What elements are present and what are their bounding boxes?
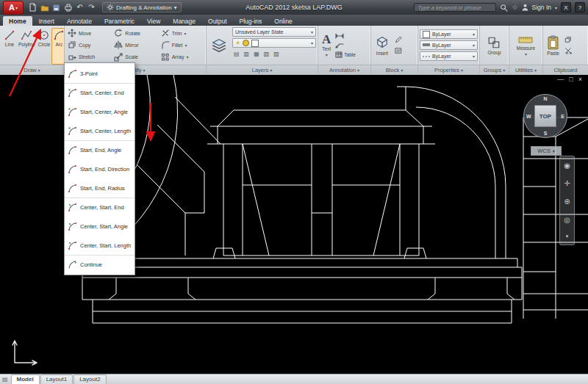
pan-icon[interactable]: ✛ (564, 179, 570, 187)
group-tool[interactable]: Group (485, 27, 503, 63)
paste-tool[interactable]: Paste (545, 27, 562, 63)
tab-home[interactable]: Home (3, 16, 32, 26)
tab-annotate[interactable]: Annotate (61, 16, 98, 26)
arc-menu-item-start-center-angle[interactable]: Start, Center, Angle (65, 102, 135, 121)
arc-menu-item-center-start-length[interactable]: Center, Start, Length (65, 236, 135, 255)
viewcube-top-face[interactable]: TOP (534, 105, 556, 127)
tab-online[interactable]: Online (268, 16, 298, 26)
array-tool[interactable]: Array▾ (159, 51, 204, 63)
layer-off-icon[interactable]: ▤ (234, 51, 240, 57)
arc-menu-item-start-center-length[interactable]: Start, Center, Length (65, 121, 135, 140)
fillet-tool[interactable]: Fillet▾ (159, 39, 204, 51)
layer-isolate-icon[interactable]: ▥ (244, 51, 250, 57)
arc-menu-item-center-start-end[interactable]: Center, Start, End (65, 198, 135, 217)
rotate-tool[interactable]: Rotate (112, 27, 157, 39)
trim-tool[interactable]: Trim▾ (159, 27, 204, 39)
arc-menu-item-start-end-angle[interactable]: Start, End, Angle (65, 140, 135, 159)
scale-tool[interactable]: Scale (112, 51, 157, 63)
layers-panel-label[interactable]: Layers▾ (207, 65, 318, 75)
arc-tool[interactable]: Arc (51, 28, 64, 65)
lineweight-dropdown[interactable]: ByLayer▾ (420, 40, 478, 50)
exchange-apps-icon[interactable]: X (561, 2, 571, 12)
arc-menu-item-3point[interactable]: 3-Point (65, 64, 135, 83)
arc-menu-item-continue[interactable]: Continue (65, 255, 135, 274)
tab-layout2[interactable]: Layout2 (74, 374, 106, 384)
tab-insert[interactable]: Insert (33, 16, 60, 26)
polyline-tool[interactable]: Polyline (17, 28, 37, 65)
measure-tool[interactable]: Measure ▾ (514, 27, 537, 63)
viewcube[interactable]: N S W E TOP (523, 94, 567, 138)
orbit-icon[interactable]: ◎ (564, 216, 570, 224)
edit-block-tool[interactable] (395, 35, 402, 44)
block-panel-label[interactable]: Block▾ (371, 65, 417, 75)
layer-properties-button[interactable] (208, 27, 230, 63)
tab-manage[interactable]: Manage (167, 16, 201, 26)
zoom-icon[interactable]: ⊕ (564, 198, 570, 206)
clipboard-panel-label[interactable]: Clipboard (543, 65, 588, 75)
annotation-panel-label[interactable]: Annotation▾ (318, 65, 370, 75)
search-icon[interactable] (500, 4, 508, 12)
application-menu-button[interactable]: A ▾ (3, 1, 24, 15)
leader-tool[interactable] (335, 41, 369, 50)
mirror-tool[interactable]: Mirror (112, 39, 157, 51)
arc-menu-item-start-end-direction[interactable]: Start, End, Direction (65, 159, 135, 178)
copy-clip-tool[interactable] (564, 35, 572, 44)
tab-parametric[interactable]: Parametric (98, 16, 140, 26)
help-icon[interactable]: ? (575, 2, 585, 12)
copy-tool[interactable]: Copy (66, 39, 111, 51)
workspace-switcher[interactable]: Drafting & Annotation ▾ (102, 2, 182, 12)
circle-tool[interactable]: Circle (37, 28, 52, 65)
steering-wheel-icon[interactable]: ◉ (564, 162, 570, 170)
linetype-dropdown[interactable]: ByLayer▾ (420, 51, 478, 61)
viewcube-north[interactable]: N (543, 96, 547, 101)
stretch-tool[interactable]: Stretch (66, 51, 111, 63)
plot-button[interactable] (63, 3, 73, 12)
layer-lock-icon[interactable]: ▧ (264, 51, 270, 57)
properties-panel-label[interactable]: Properties▾ (418, 65, 479, 75)
layer-match-icon[interactable]: ▨ (273, 51, 279, 57)
tab-plugins[interactable]: Plug-ins (234, 16, 268, 26)
layer-state-dropdown[interactable]: Unsaved Layer State▾ (232, 27, 316, 37)
save-button[interactable] (51, 3, 61, 12)
new-file-button[interactable] (28, 3, 37, 12)
object-color-dropdown[interactable]: ByLayer▾ (420, 29, 478, 39)
showmotion-icon[interactable]: ▾ (566, 233, 569, 239)
restore-icon[interactable]: □ (569, 76, 573, 83)
search-input[interactable] (414, 3, 496, 12)
table-tool[interactable]: Table (335, 51, 369, 59)
minimize-icon[interactable]: — (557, 76, 564, 83)
arc-menu-item-start-center-end[interactable]: Start, Center, End (65, 83, 135, 102)
text-tool[interactable]: A Text ▾ (320, 27, 333, 63)
layer-freeze-tool-icon[interactable]: ▦ (254, 51, 259, 57)
edit-attributes-tool[interactable] (395, 46, 402, 55)
rotate-icon (114, 29, 123, 37)
viewcube-east[interactable]: E (561, 114, 564, 119)
layer-dropdown[interactable]: ☀ ▾ (232, 38, 316, 48)
sign-in-button[interactable]: Sign In (532, 4, 551, 11)
viewcube-south[interactable]: S (544, 131, 548, 136)
groups-panel-label[interactable]: Groups▾ (480, 65, 509, 75)
viewcube-west[interactable]: W (526, 114, 531, 119)
utilities-panel-label[interactable]: Utilities▾ (509, 65, 542, 75)
arc-menu-item-center-start-angle[interactable]: Center, Start, Angle (65, 217, 135, 236)
grid-icon[interactable]: ▤ (2, 374, 8, 384)
cut-tool[interactable] (564, 46, 572, 55)
arc-menu-item-start-end-radius[interactable]: Start, End, Radius (65, 178, 135, 198)
tab-view[interactable]: View (141, 16, 166, 26)
close-icon[interactable]: × (578, 76, 582, 83)
dimension-tool[interactable] (335, 32, 369, 40)
wcs-dropdown[interactable]: WCS ▾ (531, 146, 562, 156)
undo-button[interactable]: ↶ (75, 3, 85, 12)
line-tool[interactable]: Line (2, 28, 17, 65)
tab-layout1[interactable]: Layout1 (40, 374, 73, 384)
star-icon[interactable]: ☆ (512, 4, 517, 11)
open-file-button[interactable] (40, 3, 49, 12)
layers-icon (211, 37, 227, 54)
tab-output[interactable]: Output (202, 16, 233, 26)
navigation-bar[interactable]: ◉ ✛ ⊕ ◎ ▾ (559, 156, 575, 245)
insert-block-tool[interactable]: Insert (373, 27, 392, 63)
redo-button[interactable]: ↷ (87, 3, 96, 12)
move-tool[interactable]: Move (66, 27, 111, 39)
tab-model[interactable]: Model (11, 374, 40, 384)
draw-panel-label[interactable]: Draw▾ (0, 65, 64, 75)
